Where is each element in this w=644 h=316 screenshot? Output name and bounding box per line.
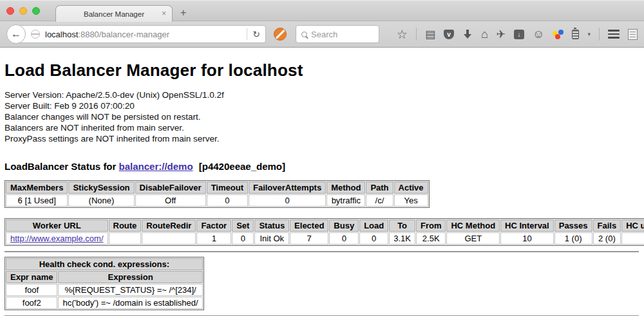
persist-note-line: Balancer changes will NOT be persisted o…	[5, 111, 639, 122]
send-plane-icon[interactable]: ✈	[497, 29, 506, 40]
table-row: foof %{REQUEST_STATUS} =~ /^[234]/	[6, 284, 203, 296]
chevron-down-icon[interactable]: ▾	[587, 31, 591, 37]
col-factor: Factor	[196, 219, 231, 232]
table-header-row: MaxMembers StickySession DisableFailover…	[6, 181, 428, 194]
minimize-window-button[interactable]	[19, 7, 27, 15]
navigation-toolbar: ← localhost:8880/balancer-manager ↻ ☆ ▤ …	[0, 21, 644, 48]
table-row: foof2 hc('body') =~ /domain is establish…	[6, 297, 203, 309]
addon-download-icon[interactable]: ↓	[514, 30, 524, 39]
url-bar[interactable]: localhost:8880/balancer-manager ↻	[16, 25, 266, 43]
tab-balancer-manager[interactable]: Balancer Manager ×	[55, 5, 173, 22]
cell-hc-method: GET	[446, 232, 500, 245]
menu-hamburger-icon[interactable]	[608, 30, 620, 39]
section-divider	[5, 251, 639, 252]
col-routeredir: RouteRedir	[142, 219, 196, 232]
status-prefix: LoadBalancer Status for	[5, 161, 116, 172]
inherit-note-line: Balancers are NOT inherited from main se…	[5, 122, 639, 133]
back-button[interactable]: ←	[6, 24, 26, 44]
page-title: Load Balancer Manager for localhost	[5, 60, 639, 80]
server-built-line: Server Built: Feb 9 2016 07:00:20	[5, 100, 639, 111]
cell-expr-name: foof2	[6, 297, 57, 309]
tab-title: Balancer Manager	[84, 10, 144, 18]
plugin-blocked-icon[interactable]	[274, 28, 287, 41]
col-stickysession: StickySession	[68, 181, 134, 194]
col-passes: Passes	[554, 219, 592, 232]
col-to: To	[389, 219, 415, 232]
cell-busy: 0	[329, 232, 359, 245]
color-dots-addon-icon[interactable]	[553, 29, 564, 39]
url-text: localhost:8880/balancer-manager	[45, 30, 169, 39]
status-nonce: [p4420eeae_demo]	[199, 161, 285, 172]
server-version-line: Server Version: Apache/2.5.0-dev (Unix) …	[5, 89, 639, 100]
col-hc-interval: HC Interval	[500, 219, 554, 232]
pocket-icon[interactable]: v	[444, 30, 454, 39]
cell-path: /c/	[366, 194, 393, 207]
table-header-row: Expr name Expression	[6, 271, 203, 283]
col-method: Method	[327, 181, 365, 194]
bookmark-star-icon[interactable]: ☆	[397, 28, 408, 41]
col-status: Status	[254, 219, 289, 232]
cell-worker-url: http://www.example.com/	[6, 232, 108, 245]
cell-active: Yes	[394, 194, 428, 207]
emoji-chat-icon[interactable]: ☺	[533, 28, 544, 40]
toolbar-divider	[416, 28, 417, 41]
cell-elected: 7	[290, 232, 328, 245]
col-expression: Expression	[58, 271, 202, 283]
page-content: Load Balancer Manager for localhost Serv…	[0, 48, 644, 316]
col-hc-uri: HC uri	[621, 219, 644, 232]
browser-window: Balancer Manager × + ← localhost:8880/ba…	[0, 0, 644, 316]
cell-hc-interval: 10	[500, 232, 554, 245]
search-input[interactable]	[311, 30, 369, 39]
cell-expression: hc('body') =~ /domain is established/	[58, 297, 202, 309]
col-timeout: Timeout	[207, 181, 248, 194]
battery-addon-icon[interactable]	[572, 30, 579, 39]
col-elected: Elected	[290, 219, 328, 232]
worker-status-table: Worker URL Route RouteRedir Factor Set S…	[5, 218, 644, 246]
col-busy: Busy	[329, 219, 359, 232]
bookmarks-menu-icon[interactable]: ▤	[425, 29, 435, 40]
downloads-icon[interactable]	[462, 29, 473, 39]
toolbar-icons: ☆ ▤ v ⌂ ✈ ↓ ☺ ▾	[397, 28, 638, 41]
zoom-window-button[interactable]	[32, 7, 40, 15]
cell-disablefailover: Off	[135, 194, 206, 207]
toolbar-divider	[599, 28, 600, 41]
health-table-title: Health check cond. expressions:	[6, 258, 203, 270]
col-path: Path	[366, 181, 393, 194]
col-expr-name: Expr name	[6, 271, 57, 283]
cell-load: 0	[359, 232, 388, 245]
cell-to: 3.1K	[389, 232, 415, 245]
col-worker-url: Worker URL	[6, 219, 108, 232]
col-maxmembers: MaxMembers	[6, 181, 68, 194]
table-row: http://www.example.com/ 1 0 Init Ok 7 0 …	[6, 232, 644, 245]
home-icon[interactable]: ⌂	[481, 28, 488, 40]
url-path: :8880/balancer-manager	[78, 30, 169, 39]
table-row: 6 [1 Used] (None) Off 0 0 bytraffic /c/ …	[6, 194, 428, 207]
cell-fails: 2 (0)	[593, 232, 621, 245]
table-title-row: Health check cond. expressions:	[6, 258, 203, 270]
cell-maxmembers: 6 [1 Used]	[6, 194, 68, 207]
cell-from: 2.5K	[416, 232, 446, 245]
cell-expression: %{REQUEST_STATUS} =~ /^[234]/	[58, 284, 202, 296]
cell-failoverattempts: 0	[249, 194, 326, 207]
reload-button[interactable]: ↻	[247, 29, 265, 39]
loadbalancer-status-heading: LoadBalancer Status for balancer://demo …	[5, 161, 639, 172]
cell-hc-uri	[621, 232, 644, 245]
col-set: Set	[232, 219, 254, 232]
cell-expr-name: foof	[6, 284, 57, 296]
tab-close-icon[interactable]: ×	[162, 9, 166, 18]
col-load: Load	[359, 219, 388, 232]
col-active: Active	[394, 181, 428, 194]
server-info: Server Version: Apache/2.5.0-dev (Unix) …	[5, 89, 639, 144]
cell-passes: 1 (0)	[554, 232, 592, 245]
cell-routeredir	[142, 232, 196, 245]
new-tab-button[interactable]: +	[180, 6, 186, 19]
back-arrow-icon: ←	[11, 29, 21, 39]
search-bar[interactable]	[296, 25, 379, 43]
cell-method: bytraffic	[327, 194, 365, 207]
col-route: Route	[109, 219, 142, 232]
worker-url-link[interactable]: http://www.example.com/	[10, 234, 104, 243]
reader-page-icon[interactable]	[628, 29, 638, 40]
close-window-button[interactable]	[6, 7, 14, 15]
url-domain: localhost	[45, 30, 78, 39]
balancer-demo-link[interactable]: balancer://demo	[119, 161, 193, 172]
